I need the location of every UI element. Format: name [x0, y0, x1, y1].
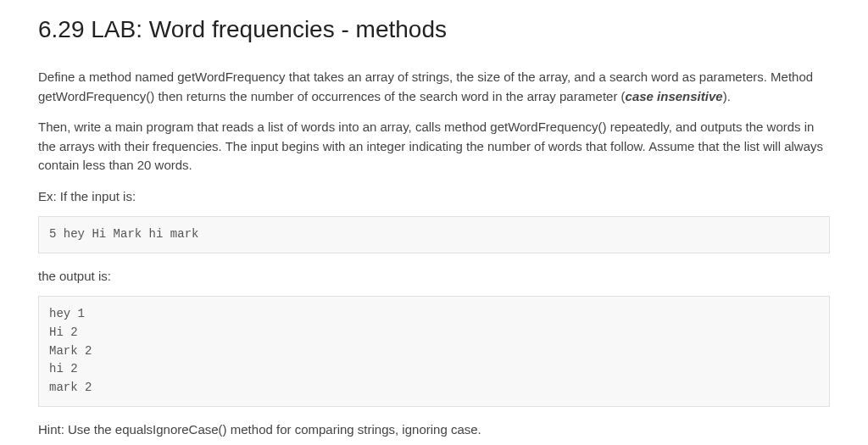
- case-insensitive-emphasis: case insensitive: [626, 89, 723, 103]
- code-input-example: 5 hey Hi Mark hi mark: [38, 216, 830, 253]
- page-title: 6.29 LAB: Word frequencies - methods: [38, 12, 830, 47]
- paragraph-definition: Define a method named getWordFrequency t…: [38, 68, 830, 106]
- code-output-example: hey 1 Hi 2 Mark 2 hi 2 mark 2: [38, 296, 830, 406]
- example-output-label: the output is:: [38, 267, 830, 286]
- example-input-label: Ex: If the input is:: [38, 187, 830, 207]
- paragraph-main-program: Then, write a main program that reads a …: [38, 118, 830, 175]
- paragraph-hint: Hint: Use the equalsIgnoreCase() method …: [38, 420, 830, 440]
- paragraph-def-part-b: ).: [723, 89, 731, 103]
